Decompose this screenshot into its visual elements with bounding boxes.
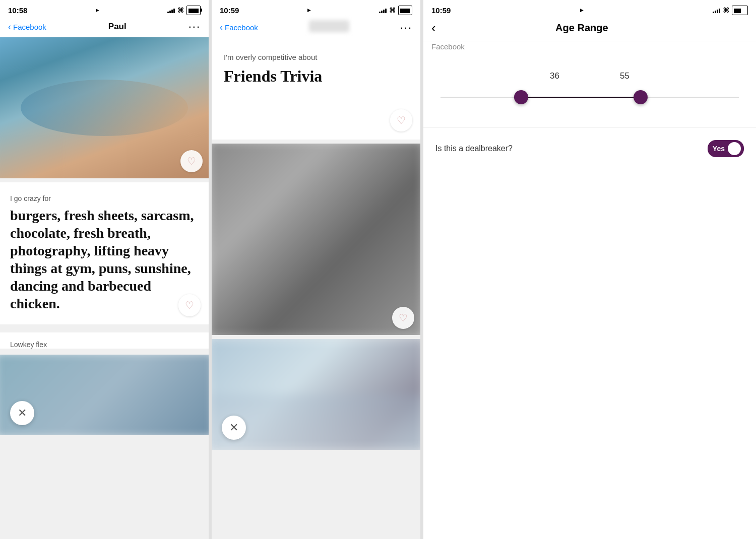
heart-icon-2a: ♡ (399, 312, 408, 324)
signal-bars-2 (379, 7, 387, 13)
age-labels-row: 36 55 (435, 71, 744, 81)
dislike-button-1[interactable]: ✕ (10, 401, 34, 425)
battery-icon-2 (398, 6, 412, 15)
back-label-2: Facebook (225, 23, 258, 32)
crazy-for-content: burgers, fresh sheets, sarcasm, chocolat… (10, 207, 199, 312)
trivia-card: I'm overly competitive about Friends Tri… (212, 39, 420, 140)
screen3: 10:59 ▸ ⌘ ‹ Age Range Facebook (423, 0, 756, 539)
location-icon-2: ▸ (307, 7, 310, 14)
dealbreaker-row: Is this a dealbreaker? Yes (423, 127, 756, 169)
age-min-label: 36 (550, 71, 559, 81)
time-3: 10:59 (431, 6, 451, 15)
x-icon-2: ✕ (229, 421, 238, 434)
facebook-back-area: Facebook (423, 41, 756, 56)
status-icons-2: ⌘ (379, 6, 412, 15)
status-icons-1: ⌘ (167, 6, 201, 15)
wifi-icon-1: ⌘ (177, 7, 184, 14)
more-button-1[interactable]: ··· (188, 20, 201, 33)
back-label-3: Facebook (431, 42, 465, 51)
trivia-label: I'm overly competitive about (224, 53, 408, 61)
range-thumb-min[interactable] (514, 90, 528, 104)
back-label-1: Facebook (13, 23, 46, 31)
profile-photo-image (0, 37, 209, 178)
heart-button-2a[interactable]: ♡ (392, 307, 414, 329)
range-fill (521, 97, 641, 98)
age-range-title: Age Range (436, 22, 728, 34)
age-range-slider[interactable] (440, 87, 739, 107)
battery-icon-1 (186, 6, 201, 15)
wifi-icon-2: ⌘ (389, 7, 396, 14)
toggle-yes-label: Yes (713, 145, 725, 153)
age-range-section: 36 55 (423, 56, 756, 122)
x-icon-1: ✕ (18, 407, 27, 420)
time-1: 10:58 (8, 6, 27, 15)
toggle-circle (728, 142, 741, 155)
location-icon-1: ▸ (96, 7, 99, 14)
heart-button-trivia[interactable]: ♡ (390, 109, 412, 131)
chevron-icon-1: ‹ (8, 22, 11, 32)
status-bar-3: 10:59 ▸ ⌘ (423, 0, 756, 18)
photo-card-2a: ♡ (212, 144, 420, 335)
screen1: 10:58 ▸ ⌘ ‹ Facebook Paul ··· (0, 0, 209, 539)
heart-icon-trivia: ♡ (397, 114, 406, 126)
battery-icon-3 (732, 6, 748, 15)
screen3-content: 36 55 Is this a dealbreaker? Yes (423, 56, 756, 539)
location-icon-3: ▸ (580, 7, 583, 14)
signal-bars-1 (167, 7, 175, 13)
range-thumb-max[interactable] (634, 90, 648, 104)
time-2: 10:59 (220, 6, 239, 15)
nav-bar-3: ‹ Age Range (423, 18, 756, 41)
lowkey-label-area: Lowkey flex (0, 332, 209, 349)
age-max-label: 55 (620, 71, 629, 81)
status-bar-1: 10:58 ▸ ⌘ (0, 0, 209, 18)
back-arrow-icon-3: ‹ (431, 20, 436, 36)
status-icons-3: ⌘ (713, 6, 748, 15)
more-button-2[interactable]: ··· (400, 21, 412, 34)
heart-icon-card1: ♡ (185, 299, 194, 311)
dislike-button-2[interactable]: ✕ (222, 416, 246, 440)
back-button-3[interactable]: ‹ (431, 20, 436, 36)
photo-image-2a (212, 144, 420, 335)
crazy-for-card: I go crazy for burgers, fresh sheets, sa… (0, 182, 209, 324)
status-bar-2: 10:59 ▸ ⌘ (212, 0, 420, 18)
blurred-name (309, 20, 349, 32)
back-button-1[interactable]: ‹ Facebook (8, 22, 46, 32)
lowkey-photo (0, 355, 209, 435)
screen1-scroll: ♡ I go crazy for burgers, fresh sheets, … (0, 37, 209, 539)
screen2-scroll: I'm overly competitive about Friends Tri… (212, 39, 420, 539)
chevron-icon-2: ‹ (220, 22, 223, 33)
heart-button-photo[interactable]: ♡ (180, 150, 203, 172)
screen2: 10:59 ▸ ⌘ ‹ Facebook ··· I' (212, 0, 421, 539)
nav-title-blurred (258, 20, 400, 35)
profile-name: Paul (46, 22, 188, 32)
lowkey-flex-section: Lowkey flex ✕ (0, 328, 209, 439)
dealbreaker-toggle[interactable]: Yes (708, 140, 744, 157)
photo-card-2b: ✕ (212, 339, 420, 450)
nav-bar-2: ‹ Facebook ··· (212, 18, 420, 39)
heart-icon-photo: ♡ (187, 155, 196, 167)
heart-button-card1[interactable]: ♡ (178, 294, 201, 316)
trivia-title: Friends Trivia (224, 66, 408, 86)
lowkey-label: Lowkey flex (10, 341, 199, 349)
wifi-icon-3: ⌘ (723, 7, 729, 14)
nav-bar-1: ‹ Facebook Paul ··· (0, 18, 209, 37)
profile-photo-card: ♡ (0, 37, 209, 178)
dealbreaker-label: Is this a dealbreaker? (435, 144, 513, 153)
crazy-for-label: I go crazy for (10, 194, 199, 203)
back-button-2[interactable]: ‹ Facebook (220, 22, 258, 33)
signal-bars-3 (713, 7, 720, 13)
